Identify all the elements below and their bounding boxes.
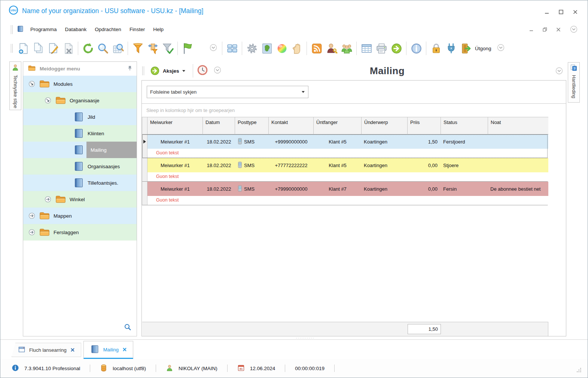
menubar-overflow-chevron-icon[interactable]	[570, 25, 578, 35]
delete-record-icon[interactable]	[61, 40, 76, 56]
column-header-posttype[interactable]: Posttype	[235, 117, 269, 134]
expand-node-icon[interactable]	[45, 196, 52, 203]
new-record-icon[interactable]	[16, 40, 31, 56]
user-text: NIKOLAY (MAIN)	[179, 366, 217, 371]
settings-gear-icon[interactable]	[244, 40, 259, 56]
user-icon	[166, 364, 173, 373]
tab-technical-support[interactable]: Technyske stipe	[9, 61, 21, 110]
tab-quick-launch[interactable]: Fluch lansearring	[12, 343, 81, 357]
copy-record-icon[interactable]	[31, 40, 46, 56]
tab-mailing-active[interactable]: Mailing	[83, 341, 133, 359]
folder-icon	[39, 227, 50, 238]
menu-help[interactable]: Help	[149, 24, 168, 34]
go-next-icon[interactable]	[389, 40, 404, 56]
folder-icon	[39, 78, 50, 90]
workspace: Technyske stipe Meidogger menu Modules O…	[0, 59, 588, 338]
tab-close-icon[interactable]	[70, 348, 75, 352]
tree-item-modules[interactable]: Modules	[23, 76, 137, 92]
rss-icon[interactable]	[309, 40, 324, 56]
map-icon[interactable]	[259, 40, 274, 56]
tree-item-organisaasjes[interactable]: Organisaasjes	[23, 158, 137, 175]
phone-icon	[238, 161, 242, 169]
pin-icon[interactable]	[127, 65, 133, 73]
plug-icon[interactable]	[444, 40, 458, 56]
refresh-icon[interactable]	[80, 40, 95, 56]
panel-right-chevron-icon[interactable]	[555, 67, 563, 76]
column-header-untfanger[interactable]: Ûntfanger	[314, 117, 362, 134]
tree-item-mailing-selected[interactable]: Mailing	[23, 142, 137, 158]
user-permissions-icon[interactable]	[324, 40, 339, 56]
menu-programma[interactable]: Programma	[26, 24, 61, 34]
colors-icon[interactable]	[274, 40, 289, 56]
cell-kontakt: +77772222222	[269, 163, 314, 168]
tree-search-icon[interactable]	[124, 323, 131, 332]
menu-finster[interactable]: Finster	[125, 24, 149, 34]
search-table-icon[interactable]	[110, 40, 125, 56]
cell-posttype: SMS	[235, 161, 269, 169]
table-search-value: Folsleine tabel sykjen	[147, 89, 298, 95]
pan-hand-icon[interactable]	[289, 40, 304, 56]
table-row[interactable]: Meiwurker #1 18.02.2022 SMS +79990000000…	[142, 182, 548, 205]
tree-item-organisaasje[interactable]: Organisaasje	[23, 92, 137, 109]
tree-item-ferslaggen[interactable]: Ferslaggen	[23, 224, 137, 241]
search-dropdown-button[interactable]	[298, 86, 308, 98]
cell-posttype: SMS	[235, 138, 269, 146]
scheduler-clock-icon[interactable]	[197, 64, 208, 77]
maximize-button[interactable]	[558, 9, 564, 15]
expand-node-icon[interactable]	[28, 212, 36, 220]
column-header-underwerp[interactable]: Ûnderwerp	[362, 117, 408, 134]
tree-item-tillefoantsjes[interactable]: Tillefoantsjes.	[23, 175, 137, 191]
groupby-hint[interactable]: Sleep in kolomkop hjir om te groepearjen	[142, 103, 566, 117]
tree-item-kliinten[interactable]: Kliinten	[23, 125, 137, 142]
collapse-node-icon[interactable]	[28, 81, 36, 88]
edit-record-icon[interactable]	[46, 40, 61, 56]
menu-databank[interactable]: Databank	[61, 24, 91, 34]
filter-columns-icon[interactable]	[145, 40, 160, 56]
search-icon[interactable]	[95, 40, 110, 56]
tree-item-mappen[interactable]: Mappen	[23, 208, 137, 224]
menubar-grip[interactable]	[11, 25, 13, 34]
print-icon[interactable]	[374, 40, 389, 56]
mdi-close-button[interactable]	[556, 27, 561, 33]
info-icon[interactable]	[409, 40, 424, 56]
menu-opdrachten[interactable]: Opdrachten	[91, 24, 125, 34]
actions-button[interactable]: Aksjes	[147, 64, 189, 77]
filter-icon[interactable]	[130, 40, 145, 56]
table-search-input[interactable]: Folsleine tabel sykjen	[147, 86, 308, 98]
database-icon	[100, 364, 107, 373]
table-row[interactable]: Meiwurker #1 18.02.2022 SMS +99990000000…	[142, 134, 548, 158]
exit-label[interactable]: Útgong	[475, 46, 491, 51]
exit-door-icon[interactable]	[458, 40, 473, 56]
toolbar-grip[interactable]	[11, 44, 13, 53]
toolbar-chevron-icon[interactable]	[209, 43, 217, 53]
users-group-icon[interactable]	[339, 40, 354, 56]
cell-priis: 0,00	[408, 163, 441, 168]
tab-label: Mailing	[103, 347, 119, 353]
status-info-icon[interactable]	[12, 364, 19, 373]
close-button[interactable]	[573, 9, 578, 15]
panel-grip[interactable]	[142, 66, 144, 75]
column-header-meiwurker[interactable]: Meiwurker	[147, 117, 203, 134]
collapse-node-icon[interactable]	[45, 97, 52, 104]
mdi-minimize-button[interactable]	[529, 27, 534, 33]
mdi-restore-button[interactable]	[543, 27, 547, 33]
tab-close-icon[interactable]	[122, 347, 127, 352]
expand-node-icon[interactable]	[28, 229, 36, 236]
tree-item-winkel[interactable]: Winkel	[23, 191, 137, 208]
table-view-icon[interactable]	[359, 40, 374, 56]
cards-view-icon[interactable]	[225, 40, 240, 56]
resize-grip[interactable]	[576, 368, 582, 374]
tree-item-jild[interactable]: Jild	[23, 109, 137, 125]
column-header-kontakt[interactable]: Kontakt	[269, 117, 314, 134]
lock-icon[interactable]	[429, 40, 444, 56]
toolbar-overflow-chevron-icon[interactable]	[497, 43, 505, 53]
filter-check-icon[interactable]	[160, 40, 175, 56]
minimize-button[interactable]	[544, 9, 549, 15]
table-row[interactable]: Meiwurker #1 18.02.2022 SMS +77772222222…	[142, 158, 548, 182]
flag-icon[interactable]	[180, 40, 195, 56]
column-header-noat[interactable]: Noat	[488, 117, 548, 134]
tab-manual[interactable]: ? Hantlieding	[568, 62, 580, 103]
column-header-datum[interactable]: Datum	[203, 117, 235, 134]
column-header-status[interactable]: Status	[441, 117, 488, 134]
column-header-priis[interactable]: Priis	[408, 117, 441, 134]
